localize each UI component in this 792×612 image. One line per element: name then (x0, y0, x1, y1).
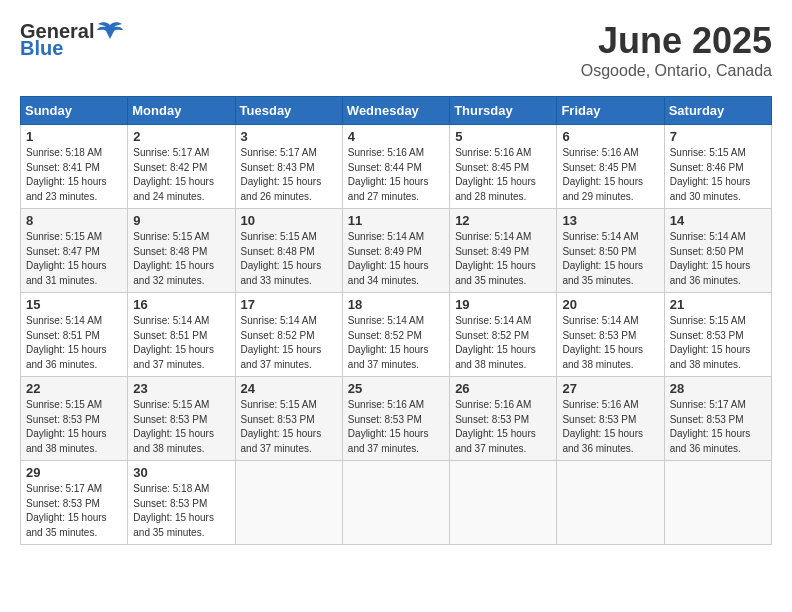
calendar-cell: 8Sunrise: 5:15 AM Sunset: 8:47 PM Daylig… (21, 209, 128, 293)
calendar-cell: 14Sunrise: 5:14 AM Sunset: 8:50 PM Dayli… (664, 209, 771, 293)
header-tuesday: Tuesday (235, 97, 342, 125)
day-number: 22 (26, 381, 122, 396)
day-number: 20 (562, 297, 658, 312)
day-info: Sunrise: 5:16 AM Sunset: 8:45 PM Dayligh… (455, 146, 551, 204)
day-info: Sunrise: 5:17 AM Sunset: 8:43 PM Dayligh… (241, 146, 337, 204)
day-info: Sunrise: 5:16 AM Sunset: 8:44 PM Dayligh… (348, 146, 444, 204)
calendar-cell: 3Sunrise: 5:17 AM Sunset: 8:43 PM Daylig… (235, 125, 342, 209)
day-info: Sunrise: 5:15 AM Sunset: 8:47 PM Dayligh… (26, 230, 122, 288)
day-number: 15 (26, 297, 122, 312)
day-number: 21 (670, 297, 766, 312)
location: Osgoode, Ontario, Canada (581, 62, 772, 80)
day-info: Sunrise: 5:18 AM Sunset: 8:41 PM Dayligh… (26, 146, 122, 204)
day-info: Sunrise: 5:15 AM Sunset: 8:53 PM Dayligh… (241, 398, 337, 456)
calendar-cell (342, 461, 449, 545)
day-info: Sunrise: 5:15 AM Sunset: 8:46 PM Dayligh… (670, 146, 766, 204)
day-number: 25 (348, 381, 444, 396)
day-info: Sunrise: 5:14 AM Sunset: 8:49 PM Dayligh… (348, 230, 444, 288)
day-number: 16 (133, 297, 229, 312)
day-number: 27 (562, 381, 658, 396)
calendar-cell: 23Sunrise: 5:15 AM Sunset: 8:53 PM Dayli… (128, 377, 235, 461)
day-info: Sunrise: 5:15 AM Sunset: 8:53 PM Dayligh… (133, 398, 229, 456)
calendar-cell (450, 461, 557, 545)
calendar-cell: 19Sunrise: 5:14 AM Sunset: 8:52 PM Dayli… (450, 293, 557, 377)
calendar-cell (664, 461, 771, 545)
calendar-cell: 28Sunrise: 5:17 AM Sunset: 8:53 PM Dayli… (664, 377, 771, 461)
day-info: Sunrise: 5:14 AM Sunset: 8:50 PM Dayligh… (670, 230, 766, 288)
day-info: Sunrise: 5:14 AM Sunset: 8:52 PM Dayligh… (348, 314, 444, 372)
calendar-week-row: 8Sunrise: 5:15 AM Sunset: 8:47 PM Daylig… (21, 209, 772, 293)
day-number: 30 (133, 465, 229, 480)
calendar-cell: 20Sunrise: 5:14 AM Sunset: 8:53 PM Dayli… (557, 293, 664, 377)
month-title: June 2025 (581, 20, 772, 62)
day-info: Sunrise: 5:17 AM Sunset: 8:53 PM Dayligh… (670, 398, 766, 456)
calendar-cell: 7Sunrise: 5:15 AM Sunset: 8:46 PM Daylig… (664, 125, 771, 209)
day-number: 8 (26, 213, 122, 228)
calendar-week-row: 15Sunrise: 5:14 AM Sunset: 8:51 PM Dayli… (21, 293, 772, 377)
calendar-cell: 15Sunrise: 5:14 AM Sunset: 8:51 PM Dayli… (21, 293, 128, 377)
logo-blue: Blue (20, 37, 63, 60)
day-info: Sunrise: 5:18 AM Sunset: 8:53 PM Dayligh… (133, 482, 229, 540)
calendar-cell: 13Sunrise: 5:14 AM Sunset: 8:50 PM Dayli… (557, 209, 664, 293)
day-number: 7 (670, 129, 766, 144)
logo: General Blue (20, 20, 124, 60)
day-number: 1 (26, 129, 122, 144)
calendar-week-row: 29Sunrise: 5:17 AM Sunset: 8:53 PM Dayli… (21, 461, 772, 545)
day-info: Sunrise: 5:14 AM Sunset: 8:50 PM Dayligh… (562, 230, 658, 288)
calendar-cell: 16Sunrise: 5:14 AM Sunset: 8:51 PM Dayli… (128, 293, 235, 377)
day-number: 14 (670, 213, 766, 228)
day-number: 4 (348, 129, 444, 144)
calendar-table: SundayMondayTuesdayWednesdayThursdayFrid… (20, 96, 772, 545)
calendar-cell: 4Sunrise: 5:16 AM Sunset: 8:44 PM Daylig… (342, 125, 449, 209)
day-info: Sunrise: 5:15 AM Sunset: 8:53 PM Dayligh… (26, 398, 122, 456)
day-number: 6 (562, 129, 658, 144)
day-info: Sunrise: 5:15 AM Sunset: 8:48 PM Dayligh… (241, 230, 337, 288)
day-number: 28 (670, 381, 766, 396)
header-wednesday: Wednesday (342, 97, 449, 125)
day-info: Sunrise: 5:16 AM Sunset: 8:45 PM Dayligh… (562, 146, 658, 204)
calendar-cell: 5Sunrise: 5:16 AM Sunset: 8:45 PM Daylig… (450, 125, 557, 209)
calendar-cell: 9Sunrise: 5:15 AM Sunset: 8:48 PM Daylig… (128, 209, 235, 293)
day-number: 18 (348, 297, 444, 312)
day-number: 5 (455, 129, 551, 144)
day-number: 3 (241, 129, 337, 144)
day-info: Sunrise: 5:14 AM Sunset: 8:51 PM Dayligh… (133, 314, 229, 372)
day-info: Sunrise: 5:17 AM Sunset: 8:53 PM Dayligh… (26, 482, 122, 540)
day-info: Sunrise: 5:14 AM Sunset: 8:52 PM Dayligh… (455, 314, 551, 372)
day-info: Sunrise: 5:17 AM Sunset: 8:42 PM Dayligh… (133, 146, 229, 204)
calendar-cell: 2Sunrise: 5:17 AM Sunset: 8:42 PM Daylig… (128, 125, 235, 209)
calendar-cell (557, 461, 664, 545)
day-info: Sunrise: 5:16 AM Sunset: 8:53 PM Dayligh… (562, 398, 658, 456)
day-number: 9 (133, 213, 229, 228)
calendar-cell: 1Sunrise: 5:18 AM Sunset: 8:41 PM Daylig… (21, 125, 128, 209)
calendar-cell (235, 461, 342, 545)
header-thursday: Thursday (450, 97, 557, 125)
logo-bird-icon (96, 21, 124, 43)
calendar-cell: 6Sunrise: 5:16 AM Sunset: 8:45 PM Daylig… (557, 125, 664, 209)
day-info: Sunrise: 5:15 AM Sunset: 8:53 PM Dayligh… (670, 314, 766, 372)
day-number: 13 (562, 213, 658, 228)
calendar-cell: 29Sunrise: 5:17 AM Sunset: 8:53 PM Dayli… (21, 461, 128, 545)
header-saturday: Saturday (664, 97, 771, 125)
day-info: Sunrise: 5:14 AM Sunset: 8:51 PM Dayligh… (26, 314, 122, 372)
calendar-cell: 18Sunrise: 5:14 AM Sunset: 8:52 PM Dayli… (342, 293, 449, 377)
title-block: June 2025 Osgoode, Ontario, Canada (581, 20, 772, 80)
day-number: 19 (455, 297, 551, 312)
day-number: 23 (133, 381, 229, 396)
calendar-cell: 30Sunrise: 5:18 AM Sunset: 8:53 PM Dayli… (128, 461, 235, 545)
calendar-cell: 21Sunrise: 5:15 AM Sunset: 8:53 PM Dayli… (664, 293, 771, 377)
day-number: 29 (26, 465, 122, 480)
day-number: 12 (455, 213, 551, 228)
calendar-cell: 17Sunrise: 5:14 AM Sunset: 8:52 PM Dayli… (235, 293, 342, 377)
calendar-cell: 12Sunrise: 5:14 AM Sunset: 8:49 PM Dayli… (450, 209, 557, 293)
day-info: Sunrise: 5:16 AM Sunset: 8:53 PM Dayligh… (455, 398, 551, 456)
calendar-cell: 24Sunrise: 5:15 AM Sunset: 8:53 PM Dayli… (235, 377, 342, 461)
day-number: 24 (241, 381, 337, 396)
calendar-header-row: SundayMondayTuesdayWednesdayThursdayFrid… (21, 97, 772, 125)
header-sunday: Sunday (21, 97, 128, 125)
calendar-cell: 25Sunrise: 5:16 AM Sunset: 8:53 PM Dayli… (342, 377, 449, 461)
calendar-cell: 26Sunrise: 5:16 AM Sunset: 8:53 PM Dayli… (450, 377, 557, 461)
calendar-cell: 11Sunrise: 5:14 AM Sunset: 8:49 PM Dayli… (342, 209, 449, 293)
day-info: Sunrise: 5:14 AM Sunset: 8:49 PM Dayligh… (455, 230, 551, 288)
day-info: Sunrise: 5:14 AM Sunset: 8:53 PM Dayligh… (562, 314, 658, 372)
